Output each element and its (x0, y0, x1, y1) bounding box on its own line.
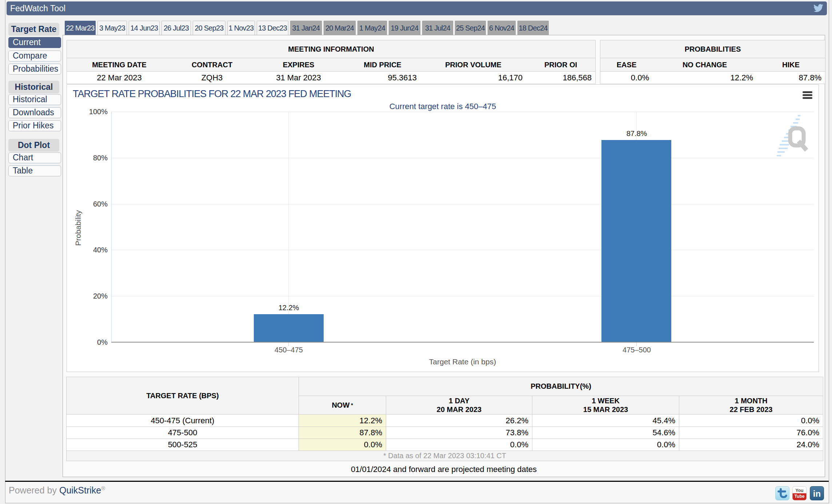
svg-text:Tube: Tube (795, 494, 805, 499)
svg-text:in: in (813, 489, 821, 499)
svg-text:You: You (796, 488, 804, 493)
